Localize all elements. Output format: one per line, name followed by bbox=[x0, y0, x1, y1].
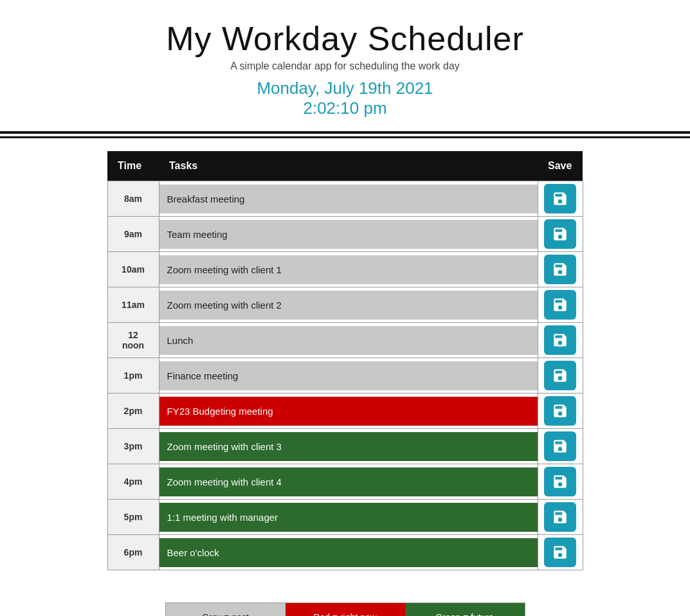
time-cell: 12 noon bbox=[107, 323, 159, 358]
time-cell: 1pm bbox=[107, 358, 159, 394]
current-time: 2:02:10 pm bbox=[13, 98, 677, 118]
col-header-time: Time bbox=[107, 151, 159, 181]
time-cell: 10am bbox=[107, 252, 159, 287]
task-input[interactable] bbox=[159, 185, 538, 213]
task-input[interactable] bbox=[159, 326, 538, 355]
task-input[interactable] bbox=[159, 291, 538, 320]
task-cell[interactable] bbox=[159, 464, 538, 500]
task-input[interactable] bbox=[159, 255, 538, 284]
legend-future: Green = future bbox=[405, 603, 525, 616]
legend-past: Grey = past bbox=[166, 603, 286, 616]
save-button[interactable] bbox=[544, 184, 576, 213]
save-button[interactable] bbox=[544, 538, 576, 567]
col-header-save: Save bbox=[538, 151, 583, 181]
time-cell: 8am bbox=[107, 181, 159, 217]
save-cell bbox=[538, 217, 583, 252]
task-cell[interactable] bbox=[159, 217, 538, 252]
task-cell[interactable] bbox=[159, 252, 538, 287]
table-row: 9am bbox=[107, 217, 583, 252]
time-cell: 5pm bbox=[107, 500, 159, 535]
save-button[interactable] bbox=[544, 219, 576, 249]
save-cell bbox=[538, 535, 583, 570]
save-cell bbox=[538, 429, 583, 464]
save-button[interactable] bbox=[544, 290, 576, 320]
table-row: 10am bbox=[107, 252, 583, 287]
table-row: 1pm bbox=[107, 358, 583, 394]
scheduler-table: Time Tasks Save 8am 9am 10am 11am 12 noo… bbox=[107, 151, 583, 570]
page-subtitle: A simple calendar app for scheduling the… bbox=[13, 60, 677, 72]
current-date: Monday, July 19th 2021 bbox=[13, 78, 677, 98]
time-cell: 3pm bbox=[107, 429, 159, 464]
table-header-row: Time Tasks Save bbox=[107, 151, 583, 181]
save-cell bbox=[538, 181, 583, 217]
table-row: 3pm bbox=[107, 429, 583, 464]
task-cell[interactable] bbox=[159, 181, 538, 217]
time-cell: 2pm bbox=[107, 394, 159, 429]
save-cell bbox=[538, 287, 583, 323]
save-button[interactable] bbox=[544, 255, 576, 284]
table-row: 11am bbox=[107, 287, 583, 323]
save-button[interactable] bbox=[544, 361, 576, 390]
task-cell[interactable] bbox=[159, 287, 538, 323]
save-cell bbox=[538, 358, 583, 394]
task-input[interactable] bbox=[159, 538, 538, 567]
task-cell[interactable] bbox=[159, 358, 538, 394]
table-row: 8am bbox=[107, 181, 583, 217]
task-cell[interactable] bbox=[159, 394, 538, 429]
table-row: 4pm bbox=[107, 464, 583, 500]
task-input[interactable] bbox=[159, 220, 538, 249]
time-cell: 9am bbox=[107, 217, 159, 252]
save-button[interactable] bbox=[544, 467, 576, 496]
save-cell bbox=[538, 394, 583, 429]
col-header-tasks: Tasks bbox=[159, 151, 538, 181]
table-row: 2pm bbox=[107, 394, 583, 429]
save-cell bbox=[538, 500, 583, 535]
legend: Grey = past Red = right now Green = futu… bbox=[165, 602, 525, 616]
save-cell bbox=[538, 323, 583, 358]
legend-current: Red = right now bbox=[286, 603, 405, 616]
scheduler-container: Time Tasks Save 8am 9am 10am 11am 12 noo… bbox=[95, 151, 596, 590]
save-cell bbox=[538, 464, 583, 500]
task-cell[interactable] bbox=[159, 535, 538, 570]
table-row: 12 noon bbox=[107, 323, 583, 358]
table-row: 5pm bbox=[107, 500, 583, 535]
time-cell: 4pm bbox=[107, 464, 159, 500]
task-input[interactable] bbox=[159, 361, 538, 390]
task-input[interactable] bbox=[159, 467, 538, 496]
save-cell bbox=[538, 252, 583, 287]
task-input[interactable] bbox=[159, 503, 538, 532]
time-cell: 6pm bbox=[107, 535, 159, 570]
table-row: 6pm bbox=[107, 535, 583, 570]
task-input[interactable] bbox=[159, 432, 538, 461]
save-button[interactable] bbox=[544, 431, 576, 461]
save-button[interactable] bbox=[544, 502, 576, 532]
save-button[interactable] bbox=[544, 325, 576, 355]
task-cell[interactable] bbox=[159, 323, 538, 358]
task-cell[interactable] bbox=[159, 429, 538, 464]
time-cell: 11am bbox=[107, 287, 159, 323]
task-input[interactable] bbox=[159, 397, 538, 426]
save-button[interactable] bbox=[544, 396, 576, 426]
page-header: My Workday Scheduler A simple calendar a… bbox=[0, 0, 690, 131]
task-cell[interactable] bbox=[159, 500, 538, 535]
page-title: My Workday Scheduler bbox=[13, 19, 677, 58]
